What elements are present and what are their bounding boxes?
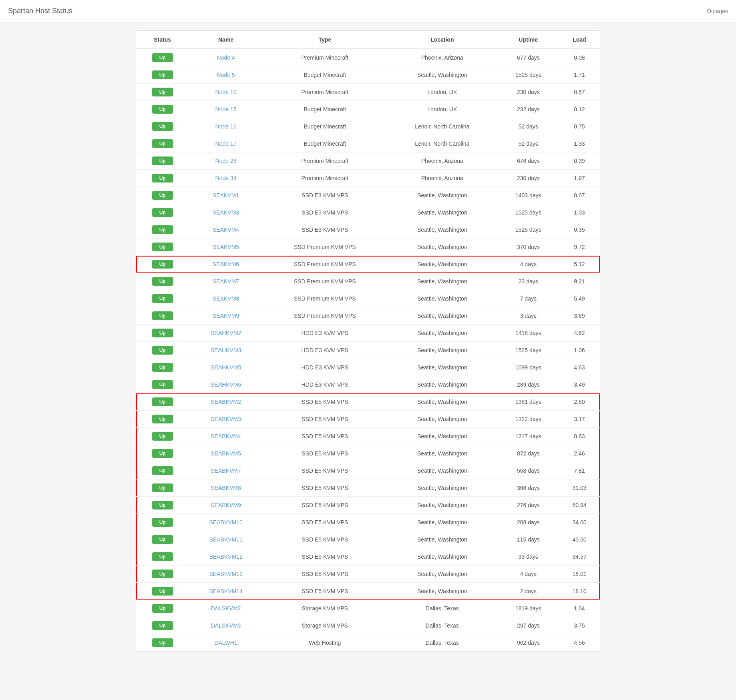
load-cell: 18.10 xyxy=(559,583,600,600)
node-link[interactable]: Node 15 xyxy=(215,106,237,112)
name-cell[interactable]: SEABKVM14 xyxy=(189,583,263,600)
node-link[interactable]: SEAKVM8 xyxy=(213,295,239,302)
node-link[interactable]: Node 28 xyxy=(215,158,237,164)
table-header-row: Status Name Type Location Uptime Load xyxy=(136,31,600,49)
uptime-cell: 3 days xyxy=(498,307,559,325)
name-cell[interactable]: SEABKVM10 xyxy=(189,514,263,531)
name-cell[interactable]: SEAHKVM2 xyxy=(189,325,263,342)
type-cell: SSD E5 KVM VPS xyxy=(263,393,387,411)
load-cell: 18.01 xyxy=(559,566,600,583)
type-cell: SSD E5 KVM VPS xyxy=(263,479,387,497)
node-link[interactable]: Node 4 xyxy=(217,54,235,61)
table-row: UpSEAKVM8SSD Premium KVM VPSSeattle, Was… xyxy=(136,290,600,307)
name-cell[interactable]: Node 34 xyxy=(189,170,263,187)
name-cell[interactable]: Node 16 xyxy=(189,118,263,135)
node-link[interactable]: Node 5 xyxy=(217,72,235,78)
name-cell[interactable]: Node 15 xyxy=(189,101,263,118)
status-cell: Up xyxy=(136,342,189,359)
name-cell[interactable]: SEAKVM7 xyxy=(189,273,263,290)
col-location: Location xyxy=(387,31,498,49)
node-link[interactable]: SEABKVM13 xyxy=(209,571,242,577)
uptime-cell: 33 days xyxy=(498,548,559,566)
name-cell[interactable]: SEAHKVM5 xyxy=(189,359,263,376)
name-cell[interactable]: Node 5 xyxy=(189,66,263,84)
location-cell: Seattle, Washington xyxy=(387,204,498,221)
node-link[interactable]: SEABKVM4 xyxy=(211,433,241,439)
uptime-cell: 230 days xyxy=(498,84,559,101)
name-cell[interactable]: SEAHKVM3 xyxy=(189,342,263,359)
name-cell[interactable]: SEAKVM3 xyxy=(189,204,263,221)
name-cell[interactable]: SEABKVM4 xyxy=(189,428,263,445)
node-link[interactable]: SEAKVM4 xyxy=(213,227,239,233)
name-cell[interactable]: SEAKVM6 xyxy=(189,256,263,273)
node-link[interactable]: SEAKVM3 xyxy=(213,209,239,216)
status-cell: Up xyxy=(136,445,189,462)
node-link[interactable]: SEABKVM7 xyxy=(211,467,241,474)
table-row: UpSEABKVM5SSD E5 KVM VPSSeattle, Washing… xyxy=(136,445,600,462)
status-cell: Up xyxy=(136,600,189,617)
up-badge: Up xyxy=(152,311,173,320)
name-cell[interactable]: SEABKVM7 xyxy=(189,462,263,479)
name-cell[interactable]: SEAKVM4 xyxy=(189,221,263,239)
name-cell[interactable]: SEABKVM9 xyxy=(189,497,263,514)
name-cell[interactable]: DALSKVM2 xyxy=(189,600,263,617)
node-link[interactable]: SEABKVM12 xyxy=(209,554,242,560)
name-cell[interactable]: Node 28 xyxy=(189,152,263,170)
node-link[interactable]: Node 34 xyxy=(215,175,237,181)
node-link[interactable]: SEAHKVM5 xyxy=(211,364,241,371)
location-cell: Seattle, Washington xyxy=(387,531,498,548)
node-link[interactable]: SEABKVM3 xyxy=(211,416,241,422)
node-link[interactable]: Node 17 xyxy=(215,140,237,147)
node-link[interactable]: DALSKVM2 xyxy=(211,605,241,612)
location-cell: Seattle, Washington xyxy=(387,393,498,411)
node-link[interactable]: DALWH1 xyxy=(214,640,237,646)
name-cell[interactable]: DALSKVM3 xyxy=(189,617,263,634)
uptime-cell: 297 days xyxy=(498,617,559,634)
name-cell[interactable]: SEAKVM1 xyxy=(189,187,263,204)
node-link[interactable]: SEABKVM11 xyxy=(209,536,242,543)
node-link[interactable]: SEABKVM9 xyxy=(211,502,241,508)
name-cell[interactable]: SEABKVM13 xyxy=(189,566,263,583)
load-cell: 0.75 xyxy=(559,118,600,135)
name-cell[interactable]: SEABKVM5 xyxy=(189,445,263,462)
node-link[interactable]: Node 16 xyxy=(215,123,237,130)
table-row: UpNode 15Budget MinecraftLondon, UK232 d… xyxy=(136,101,600,118)
name-cell[interactable]: SEAKVM8 xyxy=(189,290,263,307)
name-cell[interactable]: Node 10 xyxy=(189,84,263,101)
node-link[interactable]: Node 10 xyxy=(215,89,237,95)
outages-link[interactable]: Outages xyxy=(707,8,728,14)
node-link[interactable]: SEABKVM10 xyxy=(209,519,242,526)
node-link[interactable]: SEABKVM14 xyxy=(209,588,242,594)
type-cell: SSD E5 KVM VPS xyxy=(263,548,387,566)
up-badge: Up xyxy=(152,552,173,561)
name-cell[interactable]: SEABKVM3 xyxy=(189,411,263,428)
name-cell[interactable]: SEAHKVM6 xyxy=(189,376,263,393)
node-link[interactable]: SEAKVM5 xyxy=(213,244,239,250)
name-cell[interactable]: SEABKVM2 xyxy=(189,393,263,411)
name-cell[interactable]: SEABKVM8 xyxy=(189,479,263,497)
up-badge: Up xyxy=(152,156,173,165)
node-link[interactable]: SEAKVM1 xyxy=(213,192,239,199)
node-link[interactable]: SEABKVM5 xyxy=(211,450,241,457)
name-cell[interactable]: Node 4 xyxy=(189,49,263,66)
name-cell[interactable]: DALWH1 xyxy=(189,634,263,652)
name-cell[interactable]: SEAKVM5 xyxy=(189,239,263,256)
node-link[interactable]: SEAHKVM2 xyxy=(211,330,241,336)
node-link[interactable]: DALSKVM3 xyxy=(211,622,241,629)
node-link[interactable]: SEAKVM7 xyxy=(213,278,239,285)
node-link[interactable]: SEAKVM6 xyxy=(213,261,239,267)
status-cell: Up xyxy=(136,256,189,273)
name-cell[interactable]: SEAKVM9 xyxy=(189,307,263,325)
node-link[interactable]: SEAHKVM3 xyxy=(211,347,241,353)
status-cell: Up xyxy=(136,135,189,152)
node-link[interactable]: SEAHKVM6 xyxy=(211,381,241,388)
up-badge: Up xyxy=(152,638,173,647)
name-cell[interactable]: SEABKVM12 xyxy=(189,548,263,566)
node-link[interactable]: SEABKVM8 xyxy=(211,485,241,491)
node-link[interactable]: SEAKVM9 xyxy=(213,313,239,319)
name-cell[interactable]: SEABKVM11 xyxy=(189,531,263,548)
load-cell: 8.63 xyxy=(559,428,600,445)
table-row: UpNode 5Budget MinecraftSeattle, Washing… xyxy=(136,66,600,84)
name-cell[interactable]: Node 17 xyxy=(189,135,263,152)
node-link[interactable]: SEABKVM2 xyxy=(211,399,241,405)
